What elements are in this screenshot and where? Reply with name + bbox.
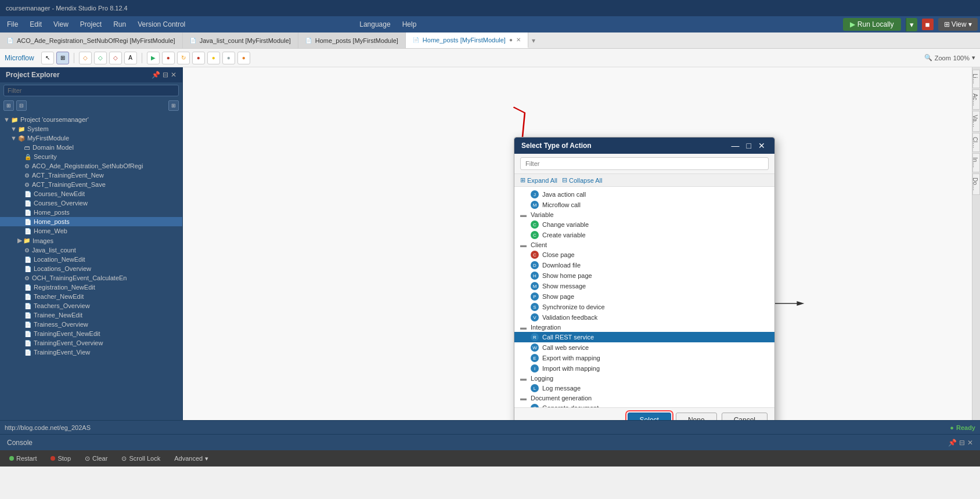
scroll-lock-button[interactable]: ⊙ Scroll Lock bbox=[117, 454, 165, 464]
menu-file[interactable]: File bbox=[2, 18, 23, 31]
dialog-section-integration[interactable]: ▬ Integration bbox=[514, 323, 774, 332]
dialog-item-java-action-call[interactable]: J Java action call bbox=[514, 189, 774, 200]
sidebar-collapse-all[interactable]: ⊟ bbox=[16, 100, 27, 111]
panel-var[interactable]: Va… bbox=[972, 111, 980, 132]
tree-item[interactable]: ⚙ ACT_TrainingEvent_New bbox=[0, 171, 182, 180]
dialog-item-close-page[interactable]: C Close page bbox=[514, 250, 774, 260]
tree-item[interactable]: 📄 Home_posts bbox=[0, 208, 182, 217]
tool-connect[interactable]: ⊞ bbox=[56, 52, 69, 64]
tab-close-button[interactable]: ✕ bbox=[516, 37, 521, 43]
dialog-section-client[interactable]: ▬ Client bbox=[514, 240, 774, 250]
menu-version-control[interactable]: Version Control bbox=[133, 18, 190, 31]
dialog-minimize-button[interactable]: — bbox=[729, 141, 742, 150]
clear-button[interactable]: ⊙ Clear bbox=[80, 454, 112, 464]
tool-exclusive[interactable]: ◇ bbox=[79, 52, 92, 64]
tree-item[interactable]: 📄 Trainee_NewEdit bbox=[0, 310, 182, 320]
tree-item[interactable]: 🗃 Domain Model bbox=[0, 143, 182, 152]
tree-item[interactable]: 📄 Courses_Overview bbox=[0, 198, 182, 208]
menu-run[interactable]: Run bbox=[109, 18, 131, 31]
tree-item[interactable]: ▶ 📁 Images bbox=[0, 236, 182, 245]
dialog-item-log-message[interactable]: L Log message bbox=[514, 383, 774, 393]
tabs-overflow[interactable]: ▾ bbox=[528, 32, 539, 48]
tree-item[interactable]: 📄 Trainess_Overview bbox=[0, 320, 182, 329]
tree-item[interactable]: ⚙ ACO_Ade_Registration_SetNubOfRegi bbox=[0, 161, 182, 171]
console-pin-button[interactable]: 📌 bbox=[948, 439, 957, 447]
menu-help[interactable]: Help bbox=[398, 18, 421, 31]
dialog-filter-input[interactable] bbox=[520, 157, 769, 170]
dialog-item-create-variable[interactable]: C Create variable bbox=[514, 230, 774, 240]
tab-2[interactable]: 📄 Home_posts [MyFirstModule] bbox=[298, 32, 406, 48]
tool-annotation[interactable]: A bbox=[124, 52, 137, 64]
dialog-item-show-message[interactable]: M Show message bbox=[514, 281, 774, 291]
dialog-item-call-rest[interactable]: R Call REST service bbox=[514, 332, 774, 342]
tool-red1[interactable]: ● bbox=[192, 52, 205, 64]
dialog-item-change-variable[interactable]: C Change variable bbox=[514, 219, 774, 230]
tree-item[interactable]: ▼ 📁 System bbox=[0, 124, 182, 133]
stop-button[interactable]: ■ bbox=[922, 19, 934, 30]
sidebar-expand-all[interactable]: ⊞ bbox=[3, 100, 14, 111]
panel-client[interactable]: Cl… bbox=[972, 133, 980, 152]
dialog-item-import-mapping[interactable]: I Import with mapping bbox=[514, 363, 774, 374]
tab-close-icon[interactable]: ● bbox=[509, 37, 513, 43]
tool-yellow[interactable]: ● bbox=[207, 52, 220, 64]
dialog-item-show-page[interactable]: P Show page bbox=[514, 291, 774, 302]
panel-int[interactable]: In… bbox=[972, 153, 980, 172]
tool-start[interactable]: ▶ bbox=[147, 52, 160, 64]
none-button[interactable]: None bbox=[676, 413, 717, 420]
console-float-button[interactable]: ⊟ bbox=[959, 439, 965, 447]
tool-gray[interactable]: ● bbox=[222, 52, 235, 64]
tool-loop[interactable]: ↻ bbox=[177, 52, 190, 64]
tree-item[interactable]: 📄 TrainingEvent_Overview bbox=[0, 338, 182, 348]
tool-stop[interactable]: ● bbox=[162, 52, 175, 64]
zoom-dropdown[interactable]: ▾ bbox=[972, 54, 975, 62]
tree-item[interactable]: ▼ 📦 MyFirstModule bbox=[0, 133, 182, 143]
tab-0[interactable]: 📄 ACO_Ade_Registration_SetNubOfRegi [MyF… bbox=[0, 32, 183, 48]
collapse-all-button[interactable]: ⊟ Collapse All bbox=[562, 176, 602, 184]
dialog-item-generate-doc[interactable]: G Generate document bbox=[514, 403, 774, 407]
expand-all-button[interactable]: ⊞ Expand All bbox=[520, 176, 557, 184]
sidebar-pin-button[interactable]: 📌 bbox=[152, 71, 160, 79]
sidebar-float-button[interactable]: ⊟ bbox=[163, 71, 168, 79]
dialog-item-validation[interactable]: V Validation feedback bbox=[514, 312, 774, 323]
sidebar-close-button[interactable]: ✕ bbox=[171, 71, 176, 79]
panel-doc[interactable]: Do… bbox=[972, 173, 980, 195]
panel-list[interactable]: Li… bbox=[972, 70, 980, 88]
dialog-section-logging[interactable]: ▬ Logging bbox=[514, 374, 774, 383]
select-button[interactable]: Select bbox=[628, 413, 671, 420]
restart-button[interactable]: Restart bbox=[5, 454, 41, 463]
tree-item[interactable]: 📄 Location_NewEdit bbox=[0, 255, 182, 264]
stop-console-button[interactable]: Stop bbox=[46, 454, 75, 463]
dialog-item-synchronize[interactable]: S Synchronize to device bbox=[514, 302, 774, 312]
tool-select[interactable]: ↖ bbox=[41, 52, 54, 64]
tab-3[interactable]: 📄 Home_posts [MyFirstModule] ● ✕ bbox=[406, 32, 528, 48]
dialog-section-variable[interactable]: ▬ Variable bbox=[514, 210, 774, 219]
dialog-item-call-web[interactable]: W Call web service bbox=[514, 342, 774, 353]
tree-item[interactable]: 📄 Registration_NewEdit bbox=[0, 283, 182, 292]
tool-orange[interactable]: ● bbox=[237, 52, 250, 64]
tree-item[interactable]: 📄 Home_Web bbox=[0, 226, 182, 236]
menu-project[interactable]: Project bbox=[75, 18, 106, 31]
tree-item[interactable]: 📄 TrainingEvent_View bbox=[0, 348, 182, 357]
tree-item[interactable]: 📄 Teachers_Overview bbox=[0, 301, 182, 310]
run-dropdown-button[interactable]: ▾ bbox=[906, 18, 917, 31]
advanced-button[interactable]: Advanced ▾ bbox=[170, 454, 213, 464]
sidebar-grid-view[interactable]: ⊞ bbox=[168, 100, 179, 111]
tree-item[interactable]: 📄 Locations_Overview bbox=[0, 264, 182, 273]
dialog-item-download-file[interactable]: D Download file bbox=[514, 260, 774, 270]
dialog-maximize-button[interactable]: □ bbox=[744, 141, 754, 150]
dialog-item-microflow-call[interactable]: M Microflow call bbox=[514, 200, 774, 210]
dialog-item-show-home-page[interactable]: H Show home page bbox=[514, 270, 774, 281]
dialog-close-button[interactable]: ✕ bbox=[756, 141, 768, 150]
view-button[interactable]: ⊞ View ▾ bbox=[938, 18, 978, 31]
tab-1[interactable]: 📄 Java_list_count [MyFirstModule] bbox=[183, 32, 298, 48]
panel-actions[interactable]: Ac… bbox=[972, 89, 980, 110]
tree-item[interactable]: 📄 TrainingEvent_NewEdit bbox=[0, 329, 182, 338]
tree-item[interactable]: 🔒 Security bbox=[0, 152, 182, 161]
sidebar-search-input[interactable] bbox=[3, 85, 179, 96]
tree-item[interactable]: ⚙ OCH_TrainingEvent_CalculateEn bbox=[0, 273, 182, 283]
dialog-section-document-gen[interactable]: ▬ Document generation bbox=[514, 393, 774, 403]
tree-item[interactable]: 📄 Courses_NewEdit bbox=[0, 189, 182, 198]
tree-item[interactable]: 📄 Teacher_NewEdit bbox=[0, 292, 182, 301]
tree-item[interactable]: ▼ 📁 Project 'coursemanager' bbox=[0, 115, 182, 124]
cancel-button[interactable]: Cancel bbox=[722, 413, 768, 420]
